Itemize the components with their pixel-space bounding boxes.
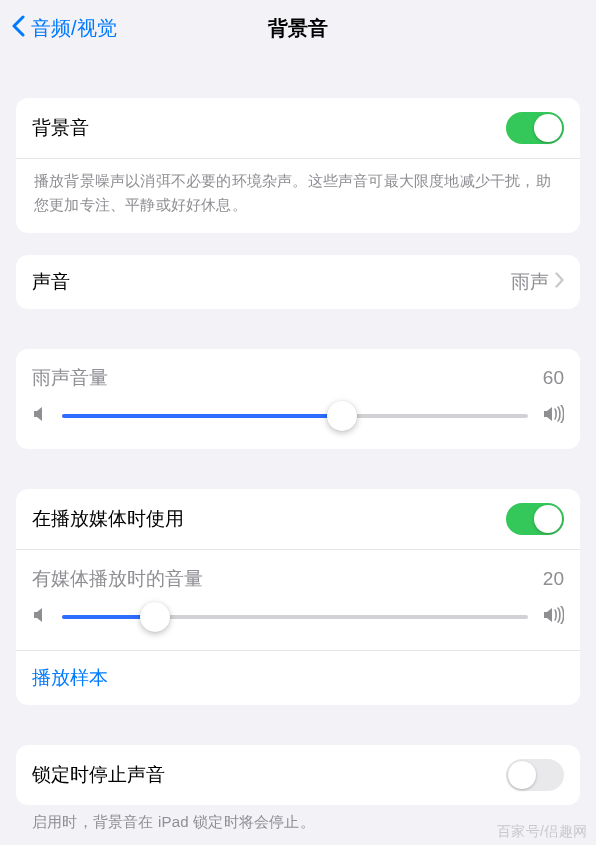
group-sound: 声音 雨声 xyxy=(16,255,580,309)
row-stop-on-lock: 锁定时停止声音 xyxy=(16,745,580,805)
media-volume-header: 有媒体播放时的音量 20 xyxy=(16,549,580,598)
row-use-with-media: 在播放媒体时使用 xyxy=(16,489,580,549)
stop-on-lock-label: 锁定时停止声音 xyxy=(32,762,506,788)
row-background-sound: 背景音 xyxy=(16,98,580,158)
rain-volume-slider[interactable] xyxy=(62,401,528,431)
rain-volume-label: 雨声音量 xyxy=(32,365,543,391)
sound-value: 雨声 xyxy=(511,269,549,295)
group-media: 在播放媒体时使用 有媒体播放时的音量 20 播放样本 xyxy=(16,489,580,705)
volume-low-icon xyxy=(32,405,48,427)
chevron-right-icon xyxy=(555,272,564,292)
group-lock: 锁定时停止声音 xyxy=(16,745,580,805)
group-main: 背景音 播放背景噪声以消弭不必要的环境杂声。这些声音可最大限度地减少干扰，助您更… xyxy=(16,98,580,233)
media-volume-slider[interactable] xyxy=(62,602,528,632)
stop-on-lock-switch[interactable] xyxy=(506,759,564,791)
group-rain-volume: 雨声音量 60 xyxy=(16,349,580,449)
background-sound-label: 背景音 xyxy=(32,115,506,141)
back-label: 音频/视觉 xyxy=(31,15,117,42)
media-volume-slider-row xyxy=(16,598,580,650)
sound-label: 声音 xyxy=(32,269,511,295)
row-sound[interactable]: 声音 雨声 xyxy=(16,255,580,309)
nav-bar: 音频/视觉 背景音 xyxy=(0,0,596,56)
rain-volume-header: 雨声音量 60 xyxy=(16,349,580,397)
volume-low-icon xyxy=(32,606,48,628)
rain-volume-slider-row xyxy=(16,397,580,449)
volume-high-icon xyxy=(542,405,564,427)
rain-volume-value: 60 xyxy=(543,367,564,389)
media-volume-label: 有媒体播放时的音量 xyxy=(32,566,543,592)
volume-high-icon xyxy=(542,606,564,628)
use-with-media-label: 在播放媒体时使用 xyxy=(32,506,506,532)
background-sound-switch[interactable] xyxy=(506,112,564,144)
background-sound-desc: 播放背景噪声以消弭不必要的环境杂声。这些声音可最大限度地减少干扰，助您更加专注、… xyxy=(16,158,580,233)
use-with-media-switch[interactable] xyxy=(506,503,564,535)
back-button[interactable]: 音频/视觉 xyxy=(12,15,117,42)
media-volume-value: 20 xyxy=(543,568,564,590)
stop-on-lock-desc: 启用时，背景音在 iPad 锁定时将会停止。 xyxy=(32,813,564,832)
play-sample-link[interactable]: 播放样本 xyxy=(16,650,580,705)
chevron-left-icon xyxy=(12,15,25,42)
